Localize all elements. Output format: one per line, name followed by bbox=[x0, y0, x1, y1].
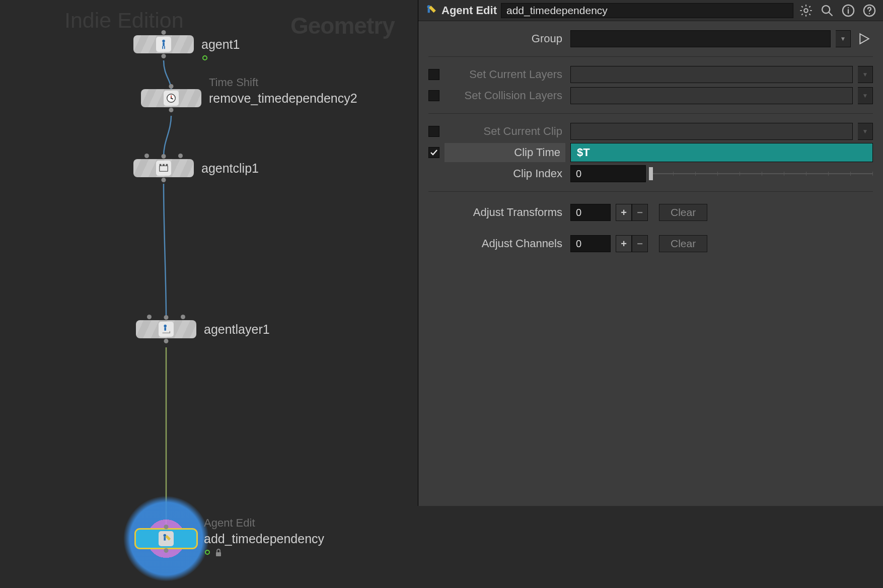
network-view[interactable]: Indie Edition Geometry agent1 bbox=[0, 0, 418, 588]
set-current-clip-dropdown: ▼ bbox=[858, 123, 873, 140]
svg-rect-13 bbox=[164, 537, 166, 540]
set-current-layers-field bbox=[570, 66, 853, 83]
agent-layer-icon bbox=[159, 322, 174, 337]
svg-rect-7 bbox=[160, 164, 162, 166]
set-current-layers-checkbox[interactable] bbox=[428, 69, 439, 80]
node-add-timedependency[interactable]: Agent Edit add_timedependency bbox=[136, 530, 196, 548]
operator-name-input[interactable] bbox=[501, 3, 793, 18]
node-agentlayer1[interactable]: agentlayer1 bbox=[136, 320, 196, 338]
node-label: add_timedependency bbox=[204, 532, 324, 546]
set-current-clip-label: Set Current Clip bbox=[445, 125, 565, 138]
set-collision-layers-dropdown: ▼ bbox=[858, 87, 873, 104]
set-current-clip-field bbox=[570, 123, 853, 140]
node-label: remove_timedependency2 bbox=[209, 91, 357, 106]
svg-rect-14 bbox=[216, 552, 221, 556]
set-collision-layers-label: Set Collision Layers bbox=[445, 89, 565, 102]
node-type-label: Agent Edit bbox=[204, 517, 255, 530]
svg-rect-16 bbox=[428, 8, 430, 13]
svg-point-10 bbox=[164, 325, 167, 328]
film-icon bbox=[156, 161, 171, 176]
set-collision-layers-checkbox[interactable] bbox=[428, 90, 439, 101]
adjust-channels-remove-button[interactable]: − bbox=[632, 235, 648, 252]
node-type-label: Time Shift bbox=[209, 76, 258, 89]
svg-rect-2 bbox=[162, 46, 163, 49]
clip-time-label: Clip Time bbox=[445, 143, 565, 162]
group-input[interactable] bbox=[570, 30, 831, 47]
agent-edit-icon bbox=[159, 531, 174, 546]
adjust-transforms-label: Adjust Transforms bbox=[445, 206, 565, 219]
cook-status-icon bbox=[205, 550, 210, 555]
svg-rect-1 bbox=[163, 42, 165, 46]
adjust-channels-add-button[interactable]: + bbox=[616, 235, 632, 252]
svg-point-0 bbox=[162, 40, 165, 43]
node-label: agent1 bbox=[201, 37, 240, 52]
svg-rect-11 bbox=[164, 327, 166, 330]
set-current-clip-checkbox[interactable] bbox=[428, 126, 439, 137]
svg-rect-3 bbox=[164, 46, 165, 49]
adjust-channels-label: Adjust Channels bbox=[445, 237, 565, 250]
node-label: agentlayer1 bbox=[204, 322, 270, 337]
info-icon[interactable] bbox=[840, 2, 857, 19]
node-label: agentclip1 bbox=[201, 161, 259, 176]
adjust-transforms-add-button[interactable]: + bbox=[616, 204, 632, 221]
adjust-transforms-input[interactable] bbox=[570, 204, 611, 221]
clip-index-label: Clip Index bbox=[445, 167, 565, 180]
parameter-header: Agent Edit bbox=[418, 0, 883, 21]
clip-time-checkbox[interactable] bbox=[428, 147, 439, 158]
parameter-pane: Agent Edit Group ▼ bbox=[418, 0, 883, 506]
node-agentclip1[interactable]: agentclip1 bbox=[133, 159, 194, 177]
node-agent1[interactable]: agent1 bbox=[133, 35, 194, 53]
operator-type-label: Agent Edit bbox=[442, 4, 497, 17]
help-icon[interactable] bbox=[861, 2, 878, 19]
group-select-arrow-icon[interactable] bbox=[856, 30, 873, 47]
search-icon[interactable] bbox=[819, 2, 836, 19]
set-collision-layers-field bbox=[570, 87, 853, 104]
node-remove-timedependency2[interactable]: Time Shift remove_timedependency2 bbox=[141, 89, 201, 107]
watermark-indie: Indie Edition bbox=[64, 8, 184, 33]
agent-icon bbox=[156, 37, 171, 52]
watermark-context: Geometry bbox=[290, 12, 395, 39]
group-label: Group bbox=[445, 32, 565, 45]
adjust-channels-input[interactable] bbox=[570, 235, 611, 252]
adjust-transforms-remove-button[interactable]: − bbox=[632, 204, 648, 221]
lock-icon bbox=[215, 549, 222, 557]
svg-rect-9 bbox=[166, 164, 168, 166]
cook-status-icon bbox=[202, 55, 207, 60]
svg-point-17 bbox=[804, 9, 807, 12]
adjust-transforms-clear-button[interactable]: Clear bbox=[659, 204, 707, 221]
svg-rect-6 bbox=[160, 166, 168, 171]
set-current-layers-label: Set Current Layers bbox=[445, 68, 565, 81]
gear-icon[interactable] bbox=[797, 2, 815, 19]
adjust-channels-clear-button[interactable]: Clear bbox=[659, 235, 707, 252]
clock-icon bbox=[164, 91, 179, 106]
svg-point-18 bbox=[822, 6, 830, 13]
svg-point-5 bbox=[171, 98, 172, 99]
agent-edit-icon bbox=[423, 4, 437, 18]
set-current-layers-dropdown: ▼ bbox=[858, 66, 873, 83]
group-dropdown[interactable]: ▼ bbox=[836, 30, 851, 47]
clip-index-slider[interactable] bbox=[651, 165, 873, 182]
clip-time-input[interactable]: $T bbox=[570, 143, 873, 162]
svg-rect-8 bbox=[163, 164, 165, 166]
clip-index-input[interactable] bbox=[570, 165, 646, 182]
